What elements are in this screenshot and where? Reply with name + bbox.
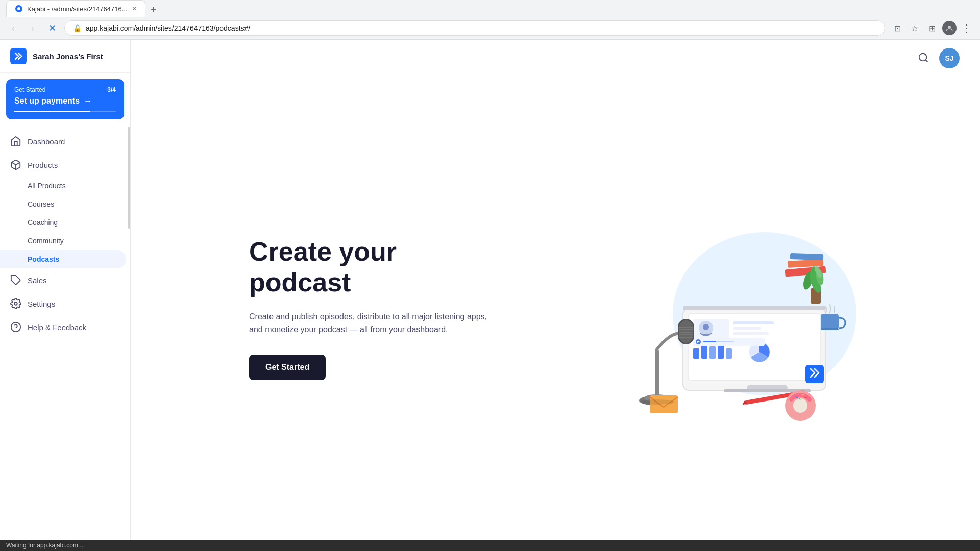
browser-tab[interactable]: Kajabi - /admin/sites/214764716... ✕ [6,0,145,17]
podcast-hero: Create your podcast Create and publish e… [249,196,862,421]
svg-rect-44 [790,253,823,260]
illustration-svg [606,196,862,421]
progress-bar-background [14,111,116,112]
sidebar-item-sales[interactable]: Sales [0,268,130,292]
help-label: Help & Feedback [28,323,86,332]
search-button[interactable] [918,52,929,65]
sidebar-item-help[interactable]: Help & Feedback [0,315,130,339]
home-icon [10,136,21,147]
get-started-progress: 3/4 [107,86,116,93]
dashboard-label: Dashboard [28,137,65,146]
get-started-cta-button[interactable]: Get Started [249,355,326,380]
box-icon [10,159,21,170]
url-text: app.kajabi.com/admin/sites/2147647163/po… [86,24,876,32]
reload-button[interactable]: ✕ [45,21,59,35]
app-container: Sarah Jonas's First Get Started 3/4 Set … [0,40,980,540]
svg-rect-17 [733,332,769,335]
tab-title: Kajabi - /admin/sites/214764716... [27,5,128,13]
svg-point-1 [948,26,951,29]
podcast-text-section: Create your podcast Create and publish e… [249,237,504,380]
browser-chrome: Kajabi - /admin/sites/214764716... ✕ + ‹… [0,0,980,40]
sidebar-header: Sarah Jonas's First [0,40,130,73]
search-icon [918,52,929,63]
status-text: Waiting for app.kajabi.com... [6,542,83,549]
svg-point-4 [14,302,17,305]
svg-point-63 [639,399,675,405]
sidebar-item-all-products[interactable]: All Products [0,177,130,195]
sales-label: Sales [28,276,47,285]
address-bar[interactable]: 🔒 app.kajabi.com/admin/sites/2147647163/… [64,20,885,36]
podcast-illustration [606,196,862,421]
tab-bar: Kajabi - /admin/sites/214764716... ✕ + [0,0,980,17]
svg-point-7 [919,53,927,61]
nav-section: Dashboard Products All Products Courses … [0,126,130,540]
svg-rect-29 [683,306,826,310]
menu-button[interactable]: ⋮ [960,21,974,35]
new-tab-button[interactable]: + [146,3,161,17]
browser-toolbar: ‹ › ✕ 🔒 app.kajabi.com/admin/sites/21476… [0,17,980,39]
user-avatar[interactable]: SJ [939,48,960,68]
get-started-action: Set up payments → [14,96,116,106]
help-icon [10,321,21,333]
header-bar: SJ [131,40,980,77]
sidebar-item-settings[interactable]: Settings [0,292,130,315]
get-started-label: Get Started 3/4 [14,86,116,93]
split-view-button[interactable]: ⊞ [925,21,939,35]
sidebar-item-coaching[interactable]: Coaching [0,213,130,232]
incognito-avatar[interactable] [942,21,957,35]
svg-rect-32 [655,349,659,400]
sidebar: Sarah Jonas's First Get Started 3/4 Set … [0,40,131,540]
svg-rect-18 [693,348,699,359]
status-bar: Waiting for app.kajabi.com... [0,540,980,551]
svg-line-8 [925,60,927,62]
svg-rect-16 [733,327,761,330]
svg-point-14 [703,324,709,330]
svg-point-57 [793,398,807,413]
tab-favicon [15,5,23,13]
svg-rect-20 [709,346,716,359]
site-name: Sarah Jonas's First [33,52,103,61]
forward-button[interactable]: › [26,21,40,35]
products-label: Products [28,161,58,169]
toolbar-actions: ⊡ ☆ ⊞ ⋮ [890,21,974,35]
sidebar-item-products[interactable]: Products [0,153,130,177]
logo[interactable] [10,48,27,64]
back-button[interactable]: ‹ [6,21,20,35]
svg-rect-28 [703,341,716,342]
lock-icon: 🔒 [73,24,82,32]
bookmark-button[interactable]: ☆ [908,21,922,35]
cast-button[interactable]: ⊡ [890,21,904,35]
svg-rect-51 [821,314,839,329]
main-content: SJ Create your podcast Create and publis… [131,40,980,540]
progress-bar-fill [14,111,90,112]
svg-rect-36 [679,320,693,343]
sidebar-item-community[interactable]: Community [0,232,130,250]
get-started-card[interactable]: Get Started 3/4 Set up payments → [6,79,124,119]
tag-icon [10,274,21,286]
svg-rect-53 [805,365,824,383]
podcast-description: Create and publish episodes, distribute … [249,310,494,336]
settings-icon [10,298,21,309]
podcast-title: Create your podcast [249,237,504,298]
arrow-icon: → [84,96,92,106]
page-content: Create your podcast Create and publish e… [131,77,980,540]
settings-label: Settings [28,299,55,308]
sidebar-item-dashboard[interactable]: Dashboard [0,130,130,153]
svg-rect-15 [733,321,774,324]
svg-rect-52 [821,328,839,330]
sidebar-item-podcasts[interactable]: Podcasts [0,250,126,268]
scroll-indicator [128,127,130,229]
sidebar-item-courses[interactable]: Courses [0,195,130,213]
svg-rect-19 [701,344,707,359]
svg-rect-22 [726,348,732,359]
tab-close-btn[interactable]: ✕ [132,5,137,12]
